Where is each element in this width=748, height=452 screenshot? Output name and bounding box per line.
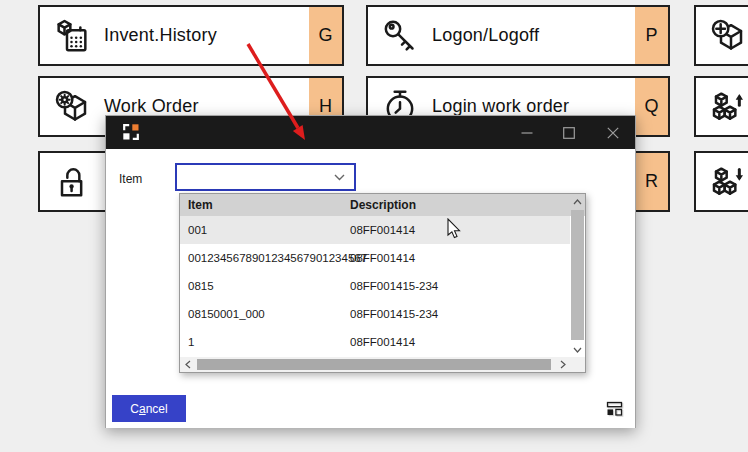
- cell-item: 001: [188, 216, 207, 244]
- layout-grid-icon[interactable]: [604, 398, 626, 420]
- cell-description: 08FF001415-234: [350, 300, 438, 328]
- tile-shortcut-key: G: [309, 7, 342, 64]
- tile-shortcut-key: Q: [635, 78, 668, 135]
- dropdown-header: Item Description: [180, 194, 585, 216]
- cell-description: 08FF001414: [350, 328, 415, 356]
- tile-logon-logoff[interactable]: Logon/Logoff P: [366, 5, 670, 66]
- tile-label: Logon/Logoff: [432, 25, 635, 46]
- close-icon[interactable]: [599, 116, 627, 149]
- scroll-left-icon[interactable]: [180, 357, 195, 372]
- cell-description: 08FF001414: [350, 244, 415, 272]
- chevron-down-icon: [334, 174, 345, 181]
- key-icon: [368, 16, 432, 56]
- cube-calendar-icon: [40, 16, 104, 56]
- cell-description: 08FF001415-234: [350, 272, 438, 300]
- cubes-arrow-up-icon: [696, 87, 748, 127]
- item-field-label: Item: [119, 172, 142, 186]
- tile-shortcut-key: R: [635, 153, 668, 210]
- cell-item: 1: [188, 328, 194, 356]
- column-header-description: Description: [350, 194, 416, 216]
- cube-gear-icon: [40, 87, 104, 127]
- tile-label: Invent.History: [104, 25, 309, 46]
- padlock-open-icon: [40, 162, 104, 202]
- column-header-item: Item: [188, 194, 213, 216]
- vertical-scrollbar[interactable]: [570, 194, 585, 357]
- dropdown-row[interactable]: 1 08FF001414: [180, 328, 570, 356]
- item-dropdown-panel: Item Description 001 08FF001414 00123456…: [179, 193, 586, 373]
- scroll-down-icon[interactable]: [570, 342, 585, 357]
- dropdown-row[interactable]: 0815 08FF001415-234: [180, 272, 570, 300]
- tile-shortcut-key: P: [635, 7, 668, 64]
- tile-partial-right-1[interactable]: [694, 5, 748, 66]
- dropdown-row[interactable]: 001 08FF001414: [180, 216, 570, 244]
- cancel-button[interactable]: Cancel: [112, 395, 186, 422]
- app-logo-icon: [122, 123, 140, 145]
- dropdown-rows: 001 08FF001414 0012345678901234567901234…: [180, 216, 570, 357]
- horizontal-scrollbar[interactable]: [180, 357, 570, 372]
- cell-description: 08FF001414: [350, 216, 415, 244]
- maximize-icon[interactable]: [555, 116, 583, 149]
- cell-item: 0012345678901234567901234567: [188, 244, 367, 272]
- tile-label: Login work order: [432, 96, 635, 117]
- dialog-body: Item Item Description 001 08FF001414 001…: [106, 149, 635, 428]
- dropdown-row[interactable]: 0012345678901234567901234567 08FF001414: [180, 244, 570, 272]
- tile-invent-history[interactable]: Invent.History G: [38, 5, 344, 66]
- tile-label: Work Order: [104, 96, 309, 117]
- scroll-right-icon[interactable]: [555, 357, 570, 372]
- cell-item: 08150001_000: [188, 300, 265, 328]
- cubes-arrow-down-icon: [696, 162, 748, 202]
- vertical-scrollbar-thumb[interactable]: [571, 210, 584, 340]
- item-select-dialog: Item Item Description 001 08FF001414 001…: [105, 115, 636, 428]
- scrollbar-corner: [570, 357, 585, 372]
- dropdown-row[interactable]: 08150001_000 08FF001415-234: [180, 300, 570, 328]
- cell-item: 0815: [188, 272, 214, 300]
- tile-partial-right-2[interactable]: [694, 76, 748, 137]
- cube-plus-icon: [696, 16, 748, 56]
- horizontal-scrollbar-thumb[interactable]: [197, 359, 551, 370]
- dialog-titlebar[interactable]: [106, 116, 635, 149]
- minimize-icon[interactable]: [513, 116, 541, 149]
- tile-partial-right-3[interactable]: [694, 151, 748, 212]
- item-combobox[interactable]: [175, 163, 356, 191]
- scroll-up-icon[interactable]: [570, 194, 585, 209]
